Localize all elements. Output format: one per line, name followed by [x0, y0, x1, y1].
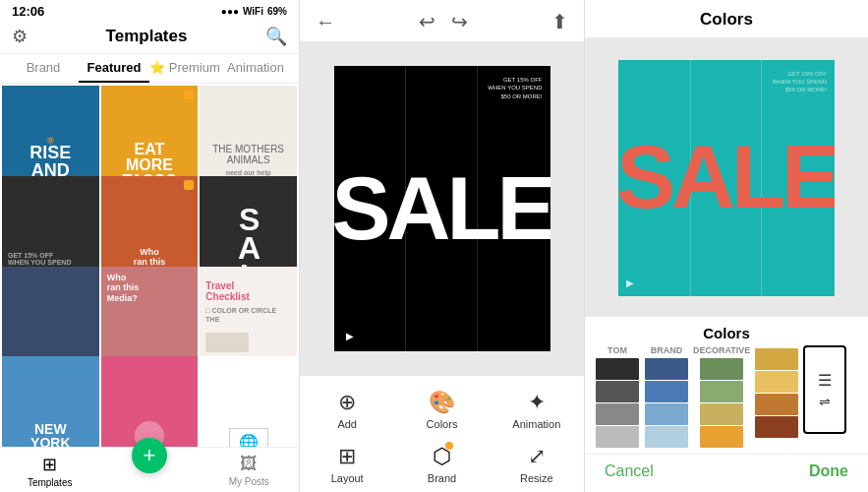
editor-canvas-wrap: GET 15% OFFWHEN YOU SPEND$50 OR MORE! SA…	[300, 41, 584, 376]
cancel-button[interactable]: Cancel	[605, 462, 654, 480]
tab-featured[interactable]: Featured	[79, 60, 149, 83]
action-layout-label: Layout	[331, 472, 364, 484]
gear-icon[interactable]: ⚙	[12, 26, 28, 47]
palette-decorative[interactable]: DECORATIVE	[693, 345, 750, 448]
bottom-nav: ⊞ Templates + 🖼 My Posts	[0, 447, 299, 492]
palette-custom-swatches	[596, 358, 639, 448]
gold-badge	[184, 180, 194, 190]
add-icon: ⊕	[338, 390, 356, 415]
templates-title: Templates	[28, 27, 265, 46]
palette-custom[interactable]: TOM	[595, 345, 640, 448]
signal-icon: ●●●	[221, 6, 239, 17]
canvas-top-text: GET 15% OFFWHEN YOU SPEND$50 OR MORE!	[488, 76, 542, 100]
tab-premium[interactable]: ⭐ Premium	[149, 60, 220, 83]
add-button[interactable]: +	[132, 438, 167, 473]
swatch	[645, 426, 688, 448]
tab-brand[interactable]: Brand	[8, 60, 79, 83]
palette-adjust-button[interactable]: ☰ ⇌	[803, 345, 846, 434]
wifi-icon: WiFi	[243, 6, 263, 17]
editor-toolbar-actions: ↩ ↪	[419, 10, 468, 33]
colors-footer: Cancel Done	[585, 454, 868, 492]
brand-icon-wrap: ⬡	[433, 444, 451, 469]
template-thumb[interactable]: 🌐	[200, 356, 297, 447]
colors-header: Colors	[585, 0, 868, 38]
canvas-play-button[interactable]: ▶	[342, 328, 358, 343]
search-icon[interactable]: 🔍	[265, 26, 287, 47]
editor-actions: ⊕ Add 🎨 Colors ✦ Animation ⊞ Layout ⬡ Br…	[300, 376, 584, 492]
swatch	[700, 358, 743, 380]
action-colors-label: Colors	[427, 418, 458, 430]
tab-animation[interactable]: Animation	[220, 60, 291, 83]
animation-icon: ✦	[528, 390, 546, 415]
action-brand[interactable]: ⬡ Brand	[394, 440, 489, 488]
colors-top-text: GET 15% OFFWHEN YOU SPEND$50 OR MORE!	[773, 70, 827, 94]
palette-decorative-label: DECORATIVE	[693, 345, 750, 355]
swatch	[645, 381, 688, 402]
colors-canvas[interactable]: GET 15% OFFWHEN YOU SPEND$50 OR MORE! SA…	[618, 60, 835, 296]
templates-panel: 12:06 ●●● WiFi 69% ⚙ Templates 🔍 Brand F…	[0, 0, 300, 492]
palette-warm-swatches	[755, 348, 798, 438]
editor-canvas[interactable]: GET 15% OFFWHEN YOU SPEND$50 OR MORE! SA…	[334, 66, 550, 351]
palette-brand[interactable]: BRAND	[644, 345, 689, 448]
action-colors[interactable]: 🎨 Colors	[394, 386, 489, 434]
colors-sale-text[interactable]: SALE	[618, 140, 835, 215]
action-add[interactable]: ⊕ Add	[300, 386, 394, 434]
layout-icon: ⊞	[338, 444, 356, 469]
palette-decorative-swatches	[700, 358, 743, 448]
palette-custom-label: TOM	[608, 345, 627, 355]
colors-section-title: Colors	[585, 317, 868, 345]
swatch	[700, 426, 743, 448]
templates-nav-icon: ⊞	[42, 454, 57, 475]
colors-preview: GET 15% OFFWHEN YOU SPEND$50 OR MORE! SA…	[585, 38, 868, 317]
swatch	[755, 371, 798, 393]
status-time: 12:06	[12, 4, 44, 19]
nav-myposts[interactable]: 🖼 My Posts	[200, 454, 299, 488]
redo-icon[interactable]: ↪	[451, 10, 468, 33]
palette-brand-swatches	[645, 358, 688, 448]
share-icon[interactable]: ⬆	[551, 10, 568, 33]
swatch	[700, 403, 743, 425]
battery-icon: 69%	[267, 6, 287, 17]
nav-templates[interactable]: ⊞ Templates	[0, 454, 99, 488]
canvas-sale-text[interactable]: SALE	[334, 171, 550, 247]
action-animation-label: Animation	[512, 418, 560, 430]
swatch	[596, 358, 639, 380]
swatch	[596, 403, 639, 425]
editor-panel: ← ↩ ↪ ⬆ GET 15% OFFWHEN YOU SPEND$50 OR …	[300, 0, 585, 492]
colors-icon: 🎨	[429, 390, 455, 415]
action-brand-label: Brand	[428, 472, 456, 484]
myposts-nav-icon: 🖼	[240, 454, 258, 474]
colors-play-button[interactable]: ▶	[626, 277, 634, 288]
swatch	[596, 426, 639, 448]
templates-tabs: Brand Featured ⭐ Premium Animation	[0, 54, 299, 84]
action-animation[interactable]: ✦ Animation	[490, 386, 584, 434]
nav-add[interactable]: +	[99, 454, 199, 488]
colors-title: Colors	[700, 10, 753, 29]
done-button[interactable]: Done	[809, 462, 848, 480]
action-add-label: Add	[337, 418, 357, 430]
brand-badge	[445, 442, 453, 450]
colors-palettes: TOM BRAND DECORATIVE	[585, 345, 868, 454]
template-thumb[interactable]: ✦ ✦ ✦	[101, 356, 199, 447]
back-icon[interactable]: ←	[316, 11, 335, 33]
adjust-icon: ☰	[818, 371, 832, 390]
action-layout[interactable]: ⊞ Layout	[300, 440, 394, 488]
swatch	[700, 381, 743, 402]
action-resize[interactable]: ⤢ Resize	[490, 440, 584, 488]
swatch	[755, 348, 798, 370]
swatch	[755, 394, 798, 415]
templates-grid: 🔆 RISEANDSHINE HOBBIES EATMORETACOS $2 T…	[0, 84, 299, 447]
editor-toolbar: ← ↩ ↪ ⬆	[300, 0, 584, 41]
swatch	[596, 381, 639, 402]
swatch	[645, 403, 688, 425]
swatch	[755, 416, 798, 438]
premium-star-icon: ⭐	[149, 60, 165, 75]
gold-badge	[184, 90, 194, 99]
undo-icon[interactable]: ↩	[419, 10, 435, 33]
nav-myposts-label: My Posts	[229, 476, 269, 487]
status-bar: 12:06 ●●● WiFi 69%	[0, 0, 299, 22]
palette-brand-label: BRAND	[651, 345, 683, 355]
palette-warm[interactable]	[754, 345, 799, 438]
action-resize-label: Resize	[520, 472, 553, 484]
template-thumb[interactable]: NEWYORKCITY	[2, 356, 99, 447]
